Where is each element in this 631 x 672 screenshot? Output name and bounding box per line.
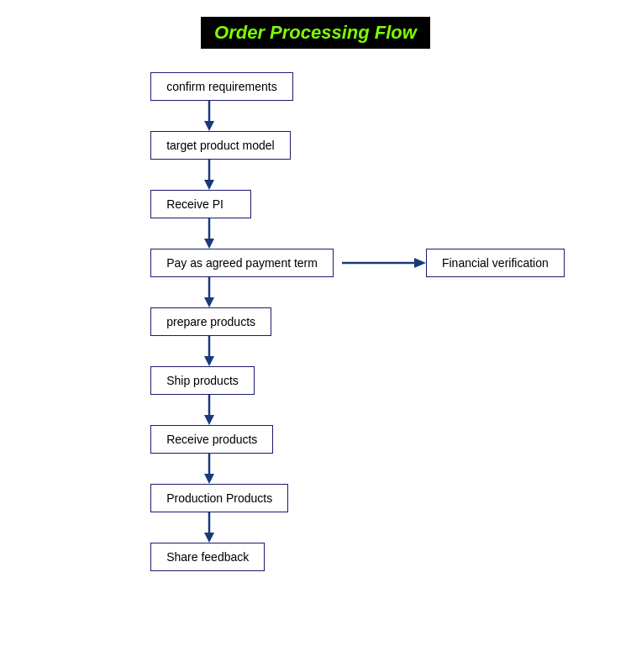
title-box: Order Processing Flow — [201, 17, 430, 49]
arrow-down-6 — [201, 395, 218, 425]
arrow-down-3 — [201, 218, 218, 249]
svg-marker-11 — [204, 356, 214, 366]
flow-row-target: target product model — [150, 131, 290, 160]
step-prepare: prepare products — [150, 307, 271, 336]
arrow-down-8 — [201, 512, 218, 543]
step-receive-pi: Receive PI — [150, 190, 251, 218]
arrow-down-2 — [201, 160, 218, 190]
arrow-down-5 — [201, 336, 218, 366]
flow-row-payment: Pay as agreed payment term Financial ver… — [150, 249, 565, 277]
flow-row-receive-products: Receive products — [150, 425, 273, 454]
page-title: Order Processing Flow — [214, 22, 417, 43]
flow-row-confirm: confirm requirements — [150, 72, 293, 101]
svg-marker-7 — [414, 258, 426, 268]
svg-marker-13 — [204, 415, 214, 425]
step-payment: Pay as agreed payment term — [150, 249, 334, 277]
step-target: target product model — [150, 131, 290, 160]
svg-marker-5 — [204, 239, 214, 249]
arrow-down-7 — [201, 454, 218, 484]
arrow-right-financial — [342, 253, 426, 273]
flow-row-production: Production Products — [150, 484, 288, 512]
step-feedback: Share feedback — [150, 543, 265, 571]
step-production: Production Products — [150, 484, 288, 512]
svg-marker-1 — [204, 121, 214, 131]
svg-marker-9 — [204, 297, 214, 307]
flow-row-feedback: Share feedback — [150, 543, 265, 571]
step-ship: Ship products — [150, 366, 255, 395]
step-financial: Financial verification — [426, 249, 565, 277]
svg-marker-3 — [204, 180, 214, 190]
flow-row-receive-pi: Receive PI — [150, 190, 251, 218]
arrow-down-4 — [201, 277, 218, 307]
flow-row-ship: Ship products — [150, 366, 255, 395]
step-confirm: confirm requirements — [150, 72, 293, 101]
svg-marker-15 — [204, 474, 214, 484]
arrow-down-1 — [201, 101, 218, 131]
flow-container: confirm requirements target product mode… — [150, 72, 565, 571]
svg-marker-17 — [204, 533, 214, 543]
step-receive-products: Receive products — [150, 425, 273, 454]
flow-row-prepare: prepare products — [150, 307, 271, 336]
